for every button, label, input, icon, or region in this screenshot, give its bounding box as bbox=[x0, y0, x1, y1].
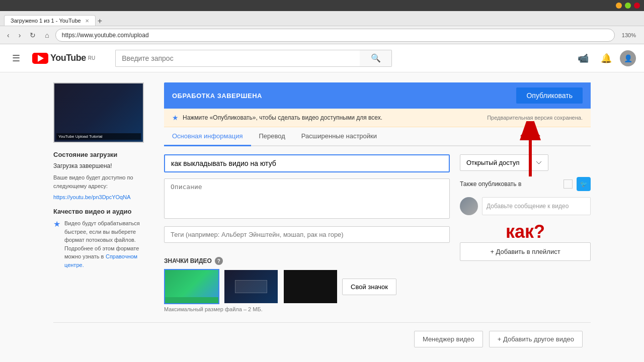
browser-toolbar: ‹ › ↻ ⌂ https://www.youtube.com/upload 1… bbox=[0, 26, 644, 44]
youtube-logo[interactable]: YouTube RU bbox=[32, 53, 95, 64]
forward-button[interactable]: › bbox=[16, 29, 24, 41]
publish-button[interactable]: Опубликовать bbox=[516, 87, 583, 104]
svg-marker-2 bbox=[520, 124, 540, 136]
quality-section: Качество видео и аудио ★ Видео будут обр… bbox=[53, 208, 154, 268]
thumbnails-label-text: ЗНАЧКИ ВИДЕО bbox=[164, 257, 212, 264]
notifications-icon-btn[interactable]: 🔔 bbox=[597, 49, 616, 68]
upload-icon-btn[interactable]: 📹 bbox=[574, 49, 593, 68]
maximize-btn[interactable] bbox=[625, 3, 631, 9]
search-input[interactable] bbox=[115, 50, 360, 67]
browser-tab-bar: Загружено 1 из 1 - YouTube ✕ + bbox=[0, 11, 644, 26]
upload-container: YouTube Upload Tutorial Состояние загруз… bbox=[53, 82, 591, 312]
upload-form-panel: ОБРАБОТКА ЗАВЕРШЕНА Опубликовать ★ Нажми… bbox=[164, 82, 591, 312]
thumbnails-section: ЗНАЧКИ ВИДЕО ? bbox=[164, 257, 450, 312]
play-icon bbox=[38, 55, 44, 62]
notice-saved-text: Предварительная версия сохранена. bbox=[487, 115, 583, 121]
tab-close-icon[interactable]: ✕ bbox=[85, 18, 89, 24]
tags-input[interactable] bbox=[164, 226, 450, 243]
processing-status-text: ОБРАБОТКА ЗАВЕРШЕНА bbox=[172, 92, 262, 100]
new-tab-button[interactable]: + bbox=[98, 17, 102, 26]
thumbnail-option-3[interactable] bbox=[283, 269, 338, 304]
logo-suffix: RU bbox=[88, 55, 95, 61]
video-preview-panel: YouTube Upload Tutorial Состояние загруз… bbox=[53, 82, 154, 312]
url-text: https://www.youtube.com/upload bbox=[62, 32, 608, 39]
browser-tab[interactable]: Загружено 1 из 1 - YouTube ✕ bbox=[4, 15, 96, 26]
browser-chrome bbox=[0, 0, 644, 11]
header-right: 📹 🔔 👤 bbox=[574, 49, 636, 68]
social-message-placeholder: Добавьте сообщение к видео bbox=[487, 203, 569, 210]
red-arrow-svg bbox=[510, 121, 550, 182]
youtube-header: ☰ YouTube RU 🔍 📹 🔔 👤 bbox=[0, 44, 644, 72]
thumbnails-label: ЗНАЧКИ ВИДЕО ? bbox=[164, 257, 450, 265]
video-thumbnail: YouTube Upload Tutorial bbox=[53, 82, 144, 143]
main-content: YouTube Upload Tutorial Состояние загруз… bbox=[45, 82, 599, 355]
add-to-playlist-button[interactable]: + Добавить в плейлист bbox=[460, 242, 591, 261]
back-button[interactable]: ‹ bbox=[4, 29, 13, 41]
search-bar: 🔍 bbox=[115, 50, 392, 67]
logo-text: YouTube bbox=[50, 53, 86, 63]
thumbnail-option-2[interactable] bbox=[223, 269, 279, 304]
twitter-checkbox[interactable] bbox=[564, 179, 573, 189]
big-red-text: как? bbox=[460, 221, 591, 242]
social-message-input[interactable]: Добавьте сообщение к видео bbox=[482, 197, 591, 215]
thumbnails-grid: Свой значок bbox=[164, 269, 450, 304]
custom-thumbnail-button[interactable]: Свой значок bbox=[342, 279, 396, 295]
tab-title: Загружено 1 из 1 - YouTube bbox=[11, 18, 81, 24]
quality-info: ★ Видео будут обрабатываться быстрее, ес… bbox=[53, 219, 154, 268]
zoom-level: 130% bbox=[618, 32, 640, 38]
thumb-file-info: Максимальный размер файла – 2 МБ. bbox=[164, 306, 450, 312]
notice-star-icon: ★ bbox=[172, 114, 179, 122]
minimize-btn[interactable] bbox=[616, 3, 622, 9]
user-avatar[interactable]: 👤 bbox=[620, 50, 636, 66]
profile-avatar bbox=[460, 197, 478, 215]
social-share-label: Также опубликовать в bbox=[460, 180, 559, 188]
tab-translation[interactable]: Перевод bbox=[251, 127, 293, 146]
upload-link[interactable]: https://youtu.be/pn3DpcYOqNA bbox=[53, 194, 130, 200]
social-profile: Добавьте сообщение к видео bbox=[460, 197, 591, 215]
youtube-logo-icon bbox=[32, 53, 48, 64]
refresh-button[interactable]: ↻ bbox=[27, 29, 39, 41]
upload-status-title: Состояние загрузки bbox=[53, 151, 154, 158]
url-bar[interactable]: https://www.youtube.com/upload bbox=[55, 29, 615, 42]
close-btn[interactable] bbox=[634, 3, 640, 9]
description-textarea[interactable] bbox=[164, 178, 450, 219]
video-manager-button[interactable]: Менеджер видео bbox=[414, 331, 483, 347]
twitter-button[interactable]: 🐦 bbox=[577, 177, 591, 191]
search-button[interactable]: 🔍 bbox=[360, 50, 392, 67]
star-icon: ★ bbox=[53, 219, 60, 229]
help-icon[interactable]: ? bbox=[215, 257, 223, 265]
bottom-bar: Менеджер видео + Добавить другое видео bbox=[53, 322, 591, 355]
thumbnail-option-1[interactable] bbox=[164, 269, 219, 304]
upload-complete-text: Загрузка завершена! bbox=[53, 162, 154, 169]
quality-title: Качество видео и аудио bbox=[53, 208, 154, 215]
upload-status: Состояние загрузки Загрузка завершена! В… bbox=[53, 151, 154, 201]
tab-basic-info[interactable]: Основная информация bbox=[164, 127, 251, 146]
tab-advanced[interactable]: Расширенные настройки bbox=[293, 127, 385, 146]
video-title-input[interactable] bbox=[164, 154, 450, 172]
thumbnail-image: YouTube Upload Tutorial bbox=[54, 83, 143, 142]
add-video-button[interactable]: + Добавить другое видео bbox=[489, 331, 583, 347]
processing-bar: ОБРАБОТКА ЗАВЕРШЕНА Опубликовать bbox=[164, 82, 591, 109]
home-button[interactable]: ⌂ bbox=[42, 29, 52, 41]
upload-desc-text: Ваше видео будет доступно по следующему … bbox=[53, 173, 154, 190]
notice-text: Нажмите «Опубликовать», чтобы сделать ви… bbox=[183, 114, 483, 121]
form-left: ЗНАЧКИ ВИДЕО ? bbox=[164, 154, 450, 312]
menu-icon[interactable]: ☰ bbox=[8, 49, 24, 68]
